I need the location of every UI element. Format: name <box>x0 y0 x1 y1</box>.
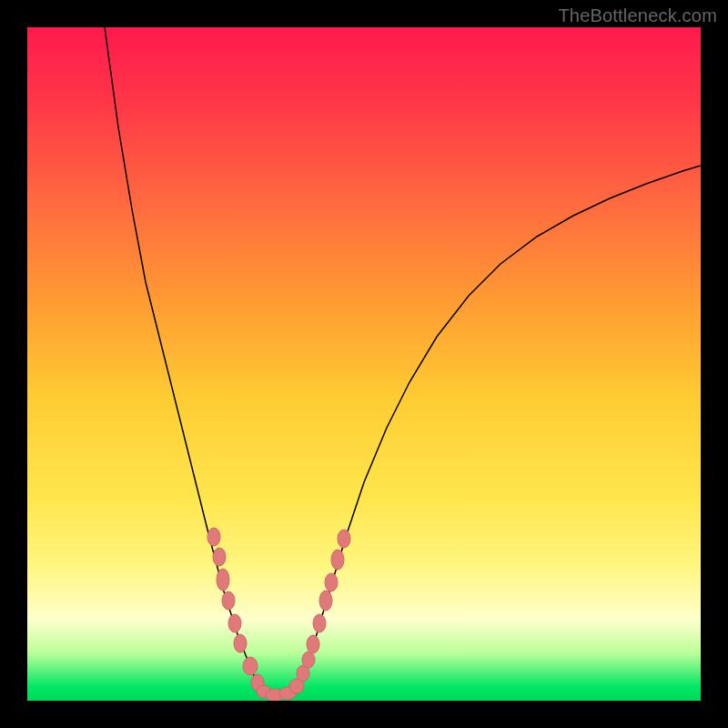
chart-svg <box>27 27 701 701</box>
curve-left-branch <box>105 27 263 693</box>
data-point-marker <box>228 614 241 632</box>
data-point-marker <box>213 548 226 566</box>
curve-right-branch <box>294 166 701 693</box>
data-point-marker <box>307 635 319 653</box>
chart-frame <box>27 27 701 701</box>
data-point-marker <box>207 528 220 546</box>
data-point-marker <box>243 657 258 675</box>
data-point-marker <box>302 652 315 668</box>
data-point-marker <box>319 591 332 611</box>
data-point-markers <box>207 528 350 701</box>
watermark-text: TheBottleneck.com <box>558 5 717 26</box>
data-point-marker <box>217 569 229 591</box>
data-point-marker <box>313 614 326 632</box>
data-point-marker <box>331 550 344 570</box>
data-point-marker <box>234 634 247 652</box>
data-point-marker <box>325 573 338 592</box>
data-point-marker <box>338 530 350 548</box>
data-point-marker <box>222 592 235 610</box>
